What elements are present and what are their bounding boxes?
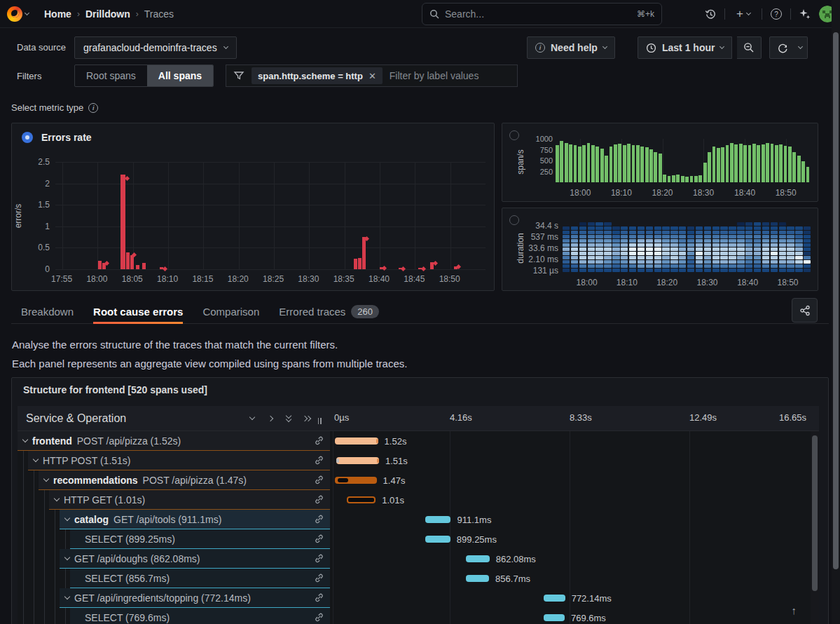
expander-chevron-down-icon[interactable] <box>33 456 39 462</box>
operation-name: SELECT (769.6ms) <box>85 612 170 623</box>
span-tree-row[interactable]: HTTP GET (1.01s)1.01s <box>18 490 819 510</box>
span-tree-row[interactable]: SELECT (899.25ms)899.25ms <box>18 529 819 549</box>
span-row-label-cell[interactable]: SELECT (769.6ms) <box>70 608 330 624</box>
link-icon[interactable] <box>314 534 324 544</box>
span-rate-chart[interactable]: span/s250500750100018:0018:1018:2018:301… <box>502 123 819 203</box>
need-help-label: Need help <box>551 42 598 53</box>
link-icon[interactable] <box>314 592 324 603</box>
refresh-button[interactable] <box>769 36 797 59</box>
operation-name: GET /api/ingredients/topping (772.14ms) <box>74 592 251 604</box>
span-row-label-cell[interactable]: frontendPOST /api/pizza (1.52s) <box>18 431 330 451</box>
span-row-label-cell[interactable]: HTTP POST (1.51s) <box>28 451 330 470</box>
link-icon[interactable] <box>314 475 324 485</box>
link-icon[interactable] <box>314 573 324 583</box>
history-icon[interactable] <box>701 4 720 24</box>
divider <box>762 8 762 20</box>
link-icon[interactable] <box>314 435 324 446</box>
clock-icon <box>646 43 656 53</box>
span-tree-row[interactable]: recommendationsPOST /api/pizza (1.47s)1.… <box>18 470 819 490</box>
expand-one-icon[interactable] <box>261 411 280 426</box>
search-shortcut: ⌘+k <box>637 9 654 19</box>
span-row-timeline-cell[interactable]: 911.1ms <box>330 510 809 529</box>
time-range-picker[interactable]: Last 1 hour <box>638 36 732 59</box>
span-row-label-cell[interactable]: recommendationsPOST /api/pizza (1.47s) <box>39 470 330 490</box>
span-row-label-cell[interactable]: catalogGET /api/tools (911.1ms) <box>60 510 330 529</box>
span-row-timeline-cell[interactable]: 856.7ms <box>330 569 809 588</box>
chevron-down-icon <box>719 44 724 49</box>
span-tree-header: Service & Operation 0µs 4.16s 8.33s 12.4… <box>18 406 819 431</box>
link-icon[interactable] <box>314 494 324 505</box>
span-row-timeline-cell[interactable]: 1.52s <box>330 431 809 451</box>
zoom-out-button[interactable] <box>737 36 762 59</box>
description-line-2: Each panel represents an aggregate view … <box>12 354 407 373</box>
filter-chip[interactable]: span.http.scheme = http ✕ <box>252 67 383 84</box>
link-icon[interactable] <box>314 455 324 466</box>
expander-chevron-down-icon[interactable] <box>43 476 49 482</box>
axis-tick: 4.16s <box>450 412 472 423</box>
filter-bar[interactable]: span.http.scheme = http ✕ Filter by labe… <box>226 65 518 87</box>
need-help-button[interactable]: i Need help <box>527 36 615 59</box>
span-row-label-cell[interactable]: GET /api/doughs (862.08ms) <box>60 549 330 569</box>
expander-chevron-down-icon[interactable] <box>64 515 70 521</box>
expander-chevron-down-icon[interactable] <box>64 594 70 599</box>
remove-filter-icon[interactable]: ✕ <box>369 71 376 81</box>
add-menu-button[interactable]: + <box>729 4 757 24</box>
refresh-icon <box>778 43 788 53</box>
span-row-timeline-cell[interactable]: 1.47s <box>330 470 809 490</box>
span-row-timeline-cell[interactable]: 769.6ms <box>330 608 809 624</box>
collapse-all-icon[interactable] <box>280 411 298 426</box>
duration-heatmap-chart[interactable]: duration34.4 s537 ms33.6 ms2.10 ms131 µs… <box>502 208 819 292</box>
link-icon[interactable] <box>314 612 324 623</box>
span-tree-row[interactable]: HTTP POST (1.51s)1.51s <box>18 451 819 470</box>
span-tree-row[interactable]: SELECT (856.7ms)856.7ms <box>18 569 819 588</box>
span-tree-row[interactable]: GET /api/doughs (862.08ms)862.08ms <box>18 549 819 569</box>
search-input[interactable]: Search... ⌘+k <box>422 3 662 25</box>
span-row-timeline-cell[interactable]: 1.51s <box>330 451 809 470</box>
span-row-timeline-cell[interactable]: 862.08ms <box>330 549 809 569</box>
span-row-label-cell[interactable]: SELECT (856.7ms) <box>70 569 330 588</box>
span-tree-row[interactable]: SELECT (769.6ms)769.6ms <box>18 608 819 624</box>
span-row-timeline-cell[interactable]: 899.25ms <box>330 529 809 549</box>
all-spans-option[interactable]: All spans <box>147 65 213 86</box>
info-icon[interactable]: i <box>88 103 98 113</box>
filters-label: Filters <box>17 71 41 81</box>
duration-value: 1.47s <box>383 475 406 486</box>
ai-sparkles-icon[interactable] <box>795 4 815 24</box>
span-row-label-cell[interactable]: SELECT (899.25ms) <box>70 529 330 549</box>
refresh-interval-dropdown[interactable] <box>794 36 808 59</box>
tab-errored-traces[interactable]: Errored traces 260 <box>279 300 379 324</box>
expander-chevron-down-icon[interactable] <box>22 437 28 442</box>
tab-breakdown[interactable]: Breakdown <box>21 300 74 324</box>
root-spans-option[interactable]: Root spans <box>75 65 147 86</box>
duration-value: 856.7ms <box>495 574 530 584</box>
span-row-timeline-cell[interactable]: 1.01s <box>330 490 809 510</box>
scroll-to-top-button[interactable]: ↑ <box>792 604 797 616</box>
tab-comparison[interactable]: Comparison <box>202 300 259 324</box>
duration-panel: duration34.4 s537 ms33.6 ms2.10 ms131 µs… <box>502 208 818 291</box>
link-icon[interactable] <box>314 553 324 564</box>
topbar-actions: + ? <box>701 0 836 28</box>
breadcrumb-drilldown[interactable]: Drilldown <box>85 8 130 20</box>
expand-all-icon[interactable] <box>298 411 316 426</box>
span-row-label-cell[interactable]: HTTP GET (1.01s) <box>49 490 330 510</box>
page-scrollbar[interactable] <box>832 0 840 624</box>
axis-tick: 0µs <box>334 412 349 423</box>
span-row-label-cell[interactable]: GET /api/ingredients/topping (772.14ms) <box>60 588 330 608</box>
breadcrumb-home[interactable]: Home <box>44 8 71 20</box>
tab-root-cause-errors[interactable]: Root cause errors <box>93 300 183 324</box>
help-icon[interactable]: ? <box>766 4 786 24</box>
expander-chevron-down-icon[interactable] <box>64 555 70 560</box>
span-tree-row[interactable]: frontendPOST /api/pizza (1.52s)1.52s <box>18 431 819 451</box>
link-icon[interactable] <box>314 514 324 524</box>
span-row-timeline-cell[interactable]: 772.14ms <box>330 588 809 608</box>
datasource-select[interactable]: grafanacloud-demoinfra-traces <box>74 36 237 59</box>
errors-rate-chart[interactable]: error/s00.511.522.517:5518:0018:0518:101… <box>12 123 495 292</box>
share-button[interactable] <box>792 298 818 323</box>
column-resize-handle[interactable] <box>316 418 323 426</box>
grafana-logo-menu[interactable] <box>7 6 29 22</box>
tree-scrollbar[interactable] <box>811 431 819 624</box>
expander-chevron-down-icon[interactable] <box>54 496 60 501</box>
collapse-one-icon[interactable] <box>243 411 261 426</box>
span-tree-row[interactable]: GET /api/ingredients/topping (772.14ms)7… <box>18 588 819 608</box>
span-tree-row[interactable]: catalogGET /api/tools (911.1ms)911.1ms <box>18 510 819 529</box>
